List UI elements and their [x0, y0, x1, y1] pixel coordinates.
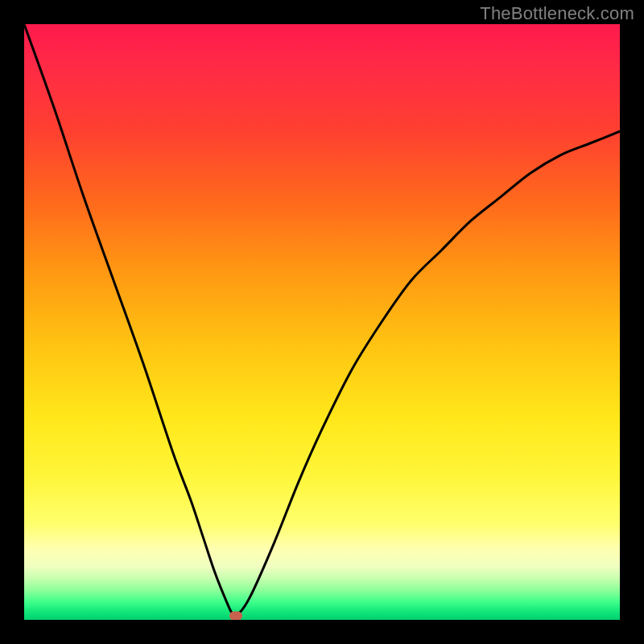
curve-line: [24, 24, 620, 616]
bottleneck-curve: [24, 24, 620, 620]
plot-area: [24, 24, 620, 620]
chart-frame: TheBottleneck.com: [0, 0, 644, 644]
optimum-marker: [229, 611, 242, 620]
watermark-text: TheBottleneck.com: [480, 3, 634, 24]
